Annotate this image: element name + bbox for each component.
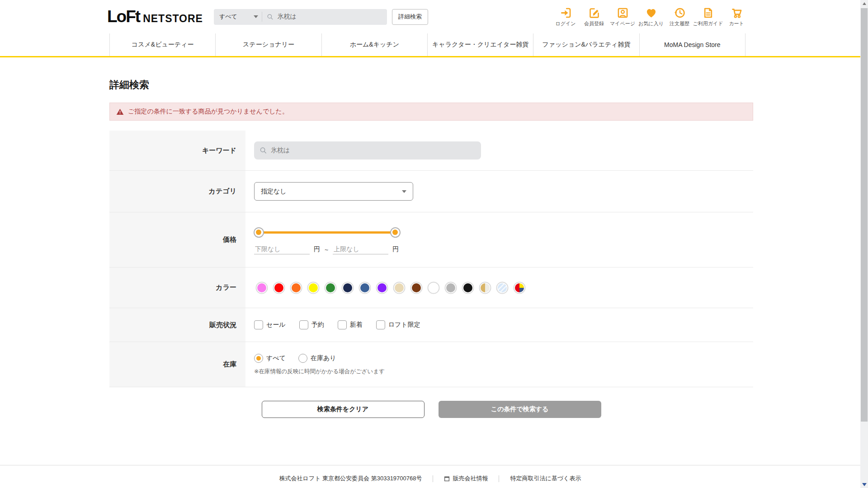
scrollbar-down-arrow[interactable] <box>860 481 868 488</box>
price-min-unit: 円 <box>314 245 320 253</box>
color-swatch-red[interactable] <box>274 283 283 292</box>
scrollbar-thumb[interactable] <box>861 8 868 422</box>
mypage-button[interactable]: マイページ <box>611 7 634 27</box>
alert-text: ご指定の条件に一致する商品が見つかりませんでした。 <box>128 108 288 116</box>
category-label: カテゴリ <box>109 171 245 212</box>
clear-conditions-button[interactable]: 検索条件をクリア <box>262 401 425 418</box>
checkbox-sale[interactable]: セール <box>254 320 286 329</box>
heart-icon <box>645 7 657 19</box>
color-swatch-multicolor[interactable] <box>515 283 524 292</box>
keyword-input[interactable] <box>271 147 476 154</box>
nav-item-stationery[interactable]: ステーショナリー <box>215 33 321 56</box>
color-swatch-gold-silver[interactable] <box>481 283 490 292</box>
radio-button <box>298 354 307 363</box>
category-select-value: 指定なし <box>261 188 287 196</box>
sale-status-label: 販売状況 <box>109 308 245 342</box>
category-select[interactable]: 指定なし <box>254 182 413 201</box>
radio-stock-all-label: すべて <box>266 354 286 362</box>
price-slider-handle-min[interactable] <box>254 227 264 238</box>
color-swatch-blue[interactable] <box>360 283 369 292</box>
scrollbar-up-arrow[interactable] <box>860 0 868 7</box>
guide-icon <box>702 7 714 19</box>
cart-button[interactable]: カート <box>725 7 748 27</box>
radio-stock-available[interactable]: 在庫あり <box>298 354 336 363</box>
login-button[interactable]: ログイン <box>554 7 577 27</box>
search-category-select[interactable]: すべて <box>214 9 262 25</box>
register-label: 会員登録 <box>584 20 604 27</box>
color-swatch-clear[interactable] <box>498 283 507 292</box>
footer-link-tokushoho[interactable]: 特定商取引法に基づく表示 <box>499 474 592 483</box>
guide-label: ご利用ガイド <box>693 20 723 27</box>
checkbox-preorder-label: 予約 <box>311 321 324 329</box>
vertical-scrollbar[interactable] <box>860 0 868 488</box>
color-swatch-navy[interactable] <box>343 283 352 292</box>
header-searchbar: すべて 詳細検索 <box>214 9 428 25</box>
page-title: 詳細検索 <box>109 78 753 92</box>
stock-row: 在庫 すべて 在庫あり ※在庫情報の反映に時間がかかる場合がございます <box>109 342 753 387</box>
category-row: カテゴリ 指定なし <box>109 171 753 212</box>
nav-item-cosme[interactable]: コスメ&ビューティー <box>109 33 215 56</box>
loft-logo[interactable]: LoFt NETSTORE <box>107 7 203 26</box>
color-swatch-orange[interactable] <box>292 283 301 292</box>
color-swatch-beige[interactable] <box>395 283 404 292</box>
price-max-unit: 円 <box>392 245 399 253</box>
chevron-down-icon <box>254 15 258 18</box>
checkbox-new[interactable]: 新着 <box>338 320 363 329</box>
nav-item-home-kitchen[interactable]: ホーム&キッチン <box>321 33 427 56</box>
register-button[interactable]: 会員登録 <box>582 7 606 27</box>
color-swatch-yellow[interactable] <box>309 283 318 292</box>
advanced-search-form: キーワード カテゴリ 指定なし <box>109 131 753 387</box>
advanced-search-label: 詳細検索 <box>398 13 422 21</box>
favorites-button[interactable]: お気に入り <box>639 7 663 27</box>
checkbox-loft-limited[interactable]: ロフト限定 <box>376 320 420 329</box>
guide-button[interactable]: ご利用ガイド <box>696 7 720 27</box>
header: LoFt NETSTORE すべて 詳細検索 <box>0 0 860 33</box>
search-with-conditions-button[interactable]: この条件で検索する <box>439 401 601 418</box>
color-swatch-purple[interactable] <box>377 283 387 292</box>
radio-stock-all[interactable]: すべて <box>254 354 286 363</box>
cart-icon <box>731 7 743 19</box>
footer-company-text: 株式会社ロフト 東京都公安委員会 第303319700768号 <box>269 474 433 483</box>
price-range-separator: ~ <box>325 246 328 253</box>
footer: 株式会社ロフト 東京都公安委員会 第303319700768号 販売会社情報 特… <box>0 465 860 488</box>
nav-item-character[interactable]: キャラクター・クリエイター雑貨 <box>427 33 533 56</box>
price-slider-track <box>259 231 395 234</box>
color-swatch-pink[interactable] <box>257 283 266 292</box>
color-label: カラー <box>109 267 245 308</box>
search-category-value: すべて <box>219 13 237 21</box>
price-range-slider <box>254 227 400 238</box>
mypage-label: マイページ <box>610 20 635 27</box>
login-icon <box>560 7 572 19</box>
checkbox-loft-limited-label: ロフト限定 <box>388 321 420 329</box>
stock-label: 在庫 <box>109 342 245 387</box>
footer-link-seller-info[interactable]: 販売会社情報 <box>433 474 499 483</box>
color-swatch-black[interactable] <box>463 283 472 292</box>
color-swatch-green[interactable] <box>326 283 335 292</box>
radio-button-selected <box>254 354 263 363</box>
order-history-button[interactable]: 注文履歴 <box>668 7 691 27</box>
advanced-search-button[interactable]: 詳細検索 <box>392 9 428 25</box>
price-slider-handle-max[interactable] <box>390 227 401 238</box>
checkbox-box <box>299 320 308 329</box>
price-row: 価格 円 ~ 円 <box>109 212 753 267</box>
nav-item-moma[interactable]: MoMA Design Store <box>639 33 745 56</box>
price-max-input[interactable] <box>333 244 388 254</box>
nav-item-fashion[interactable]: ファッション&バラエティ雑貨 <box>533 33 639 56</box>
color-swatches <box>254 280 527 296</box>
checkbox-preorder[interactable]: 予約 <box>299 320 324 329</box>
sale-status-row: 販売状況 セール 予約 新着 <box>109 308 753 342</box>
checkbox-box <box>376 320 385 329</box>
order-history-icon <box>674 7 686 19</box>
main-nav: コスメ&ビューティー ステーショナリー ホーム&キッチン キャラクター・クリエイ… <box>0 33 860 57</box>
price-min-input[interactable] <box>254 244 310 254</box>
checkbox-box <box>254 320 263 329</box>
color-swatch-white[interactable] <box>429 283 438 292</box>
color-swatch-gray[interactable] <box>446 283 455 292</box>
search-box: すべて <box>214 9 387 25</box>
color-row: カラー <box>109 267 753 308</box>
price-label: 価格 <box>109 212 245 267</box>
search-input[interactable] <box>277 13 382 20</box>
no-results-alert: ご指定の条件に一致する商品が見つかりませんでした。 <box>109 103 753 121</box>
login-label: ログイン <box>555 20 576 27</box>
color-swatch-brown[interactable] <box>412 283 421 292</box>
